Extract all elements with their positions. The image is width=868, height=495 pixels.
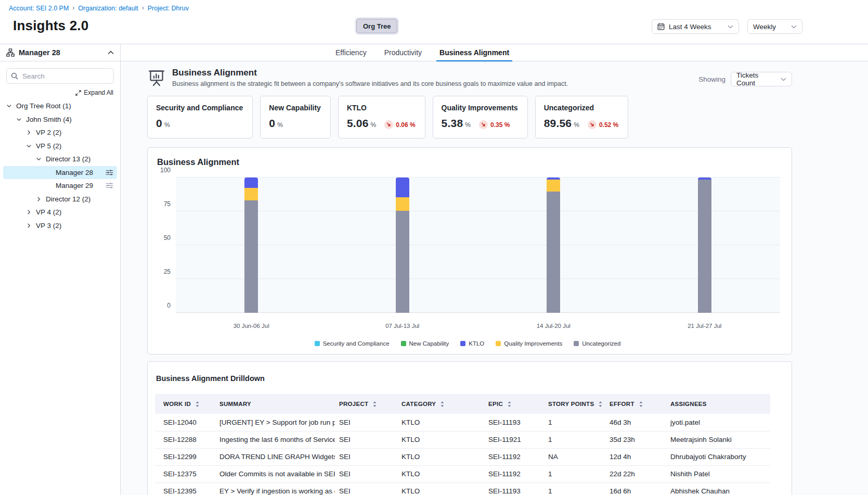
chevron-right-icon[interactable] <box>36 196 46 202</box>
business-alignment-chart-card: Business Alignment 0255075100 30 Jun-06 … <box>147 147 792 354</box>
chevron-down-icon <box>728 25 733 29</box>
breadcrumb-organization-link[interactable]: Organization: default <box>78 5 138 12</box>
table-row[interactable]: SEI-12395EY > Verify if ingestion is wor… <box>155 483 770 495</box>
legend-item-new-capability: New Capability <box>401 340 449 347</box>
column-header-label: EPIC <box>488 401 503 407</box>
showing-control: Showing Tickets Count <box>698 68 792 86</box>
tree-item-manager-28[interactable]: Manager 28 <box>3 166 117 180</box>
cell-summary: Older Commits is not available in SEI - … <box>215 465 335 483</box>
bar-21-jul-27-jul[interactable] <box>698 177 711 313</box>
bar-segment-uncategorized <box>396 211 409 313</box>
topbar-controls: Last 4 Weeks Weekly <box>652 19 802 34</box>
bar-30-jun-06-jul[interactable] <box>244 177 258 313</box>
legend-item-ktlo: KTLO <box>460 340 484 347</box>
tab-productivity[interactable]: Productivity <box>384 44 422 61</box>
org-tree: Org Tree Root (1)John Smith (4)VP 2 (2)V… <box>0 99 120 232</box>
column-header-work-id[interactable]: WORK ID <box>155 394 215 414</box>
cell-category: KTLO <box>397 465 484 483</box>
kpi-delta-value: 0.52 % <box>599 121 618 129</box>
interval-value: Weekly <box>753 23 776 31</box>
cell-project: SEI <box>335 448 397 465</box>
column-header-effort[interactable]: EFFORT <box>605 394 666 414</box>
interval-select[interactable]: Weekly <box>747 19 802 34</box>
sliders-icon[interactable] <box>106 182 113 189</box>
cell-summary: Ingesting the last 6 months of ServiceN.… <box>215 431 335 448</box>
bar-07-jul-13-jul[interactable] <box>396 177 409 313</box>
chevron-down-icon[interactable] <box>26 143 36 149</box>
showing-select[interactable]: Tickets Count <box>731 72 792 86</box>
kpi-delta-badge: 0.06 % <box>384 120 415 129</box>
kpi-value: 89.56 <box>544 117 572 130</box>
tree-item-label: Director 12 (2) <box>46 195 90 203</box>
y-axis-tick-0: 0 <box>167 302 171 309</box>
chevron-down-icon[interactable] <box>16 117 26 122</box>
column-header-category[interactable]: CATEGORY <box>397 394 484 414</box>
breadcrumb: Account: SEI 2.0 PM › Organization: defa… <box>0 0 868 12</box>
org-tree-icon <box>6 48 15 57</box>
cell-work-id: SEI-12395 <box>155 483 215 495</box>
breadcrumb-account-link[interactable]: Account: SEI 2.0 PM <box>9 5 69 12</box>
org-tree-button[interactable]: Org Tree <box>356 19 397 33</box>
tree-item-john-smith-4[interactable]: John Smith (4) <box>3 113 117 126</box>
tree-item-org-tree-root-1[interactable]: Org Tree Root (1) <box>3 99 117 113</box>
expand-all-label: Expand All <box>84 89 113 96</box>
chevron-right-icon: › <box>142 4 144 11</box>
cell-epic: SEI-11921 <box>484 431 544 448</box>
tree-item-label: VP 5 (2) <box>36 142 61 150</box>
cell-assignees: Nishith Patel <box>666 465 770 483</box>
table-row[interactable]: SEI-12288Ingesting the last 6 months of … <box>155 431 770 448</box>
sort-arrows-icon[interactable] <box>507 401 512 408</box>
chevron-right-icon[interactable] <box>26 209 36 215</box>
kpi-delta-badge: 0.52 % <box>588 120 618 129</box>
date-range-select[interactable]: Last 4 Weeks <box>652 19 739 34</box>
cell-project: SEI <box>335 483 397 495</box>
column-header-story-points[interactable]: STORY POINTS <box>544 394 605 414</box>
tree-item-vp-4-2[interactable]: VP 4 (2) <box>3 206 117 219</box>
chevron-up-icon[interactable] <box>108 50 114 55</box>
tab-business-alignment[interactable]: Business Alignment <box>439 44 509 61</box>
tree-item-director-12-2[interactable]: Director 12 (2) <box>3 193 117 206</box>
tree-item-label: Manager 28 <box>56 169 93 176</box>
sort-arrows-icon[interactable] <box>439 401 445 408</box>
tree-item-label: Org Tree Root (1) <box>16 102 71 110</box>
calendar-icon <box>657 23 665 30</box>
cell-assignees: Abhishek Chauhan <box>666 483 770 495</box>
bar-segment-uncategorized <box>698 180 711 313</box>
cell-epic: SEI-11192 <box>484 448 544 465</box>
table-row[interactable]: SEI-12375Older Commits is not available … <box>155 465 770 483</box>
cell-epic: SEI-11192 <box>484 465 544 483</box>
search-input[interactable] <box>6 68 114 84</box>
column-header-epic[interactable]: EPIC <box>484 394 544 414</box>
top-bar: Account: SEI 2.0 PM › Organization: defa… <box>0 0 868 44</box>
sort-arrows-icon[interactable] <box>372 401 378 408</box>
chevron-right-icon[interactable] <box>26 130 36 135</box>
breadcrumb-project-link[interactable]: Project: Dhruv <box>148 5 189 12</box>
column-header-inner: WORK ID <box>163 401 211 408</box>
sliders-icon[interactable] <box>106 169 113 176</box>
cell-category: KTLO <box>397 414 484 431</box>
cell-category: KTLO <box>397 483 484 495</box>
kpi-unit: % <box>277 121 283 129</box>
tree-item-manager-29[interactable]: Manager 29 <box>3 179 117 193</box>
column-header-label: SUMMARY <box>219 401 251 407</box>
tree-item-vp-5-2[interactable]: VP 5 (2) <box>3 139 117 153</box>
tab-efficiency[interactable]: Efficiency <box>335 44 367 61</box>
chevron-down-icon[interactable] <box>6 103 16 109</box>
legend-swatch <box>496 341 501 346</box>
tree-item-vp-3-2[interactable]: VP 3 (2) <box>3 219 117 233</box>
x-axis-label-07-jul-13-jul: 07 Jul-13 Jul <box>327 323 478 329</box>
bar-14-jul-20-jul[interactable] <box>547 177 560 313</box>
y-axis-tick-100: 100 <box>160 167 171 174</box>
sort-arrows-icon[interactable] <box>598 401 603 408</box>
sort-arrows-icon[interactable] <box>195 401 200 408</box>
table-row[interactable]: SEI-12040[URGENT] EY > Support for job r… <box>155 414 770 431</box>
sort-arrows-icon[interactable] <box>638 401 644 408</box>
tree-item-director-13-2[interactable]: Director 13 (2) <box>3 153 117 166</box>
drilldown-card: Business Alignment Drilldown WORK IDSUMM… <box>147 361 792 495</box>
chevron-right-icon[interactable] <box>26 223 36 229</box>
tree-item-vp-2-2[interactable]: VP 2 (2) <box>3 126 117 139</box>
expand-all-button[interactable]: Expand All <box>0 89 113 96</box>
table-row[interactable]: SEI-12299DORA TREND LINE GRAPH Widgets i… <box>155 448 770 465</box>
column-header-project[interactable]: PROJECT <box>335 394 397 414</box>
chevron-down-icon[interactable] <box>36 156 46 162</box>
